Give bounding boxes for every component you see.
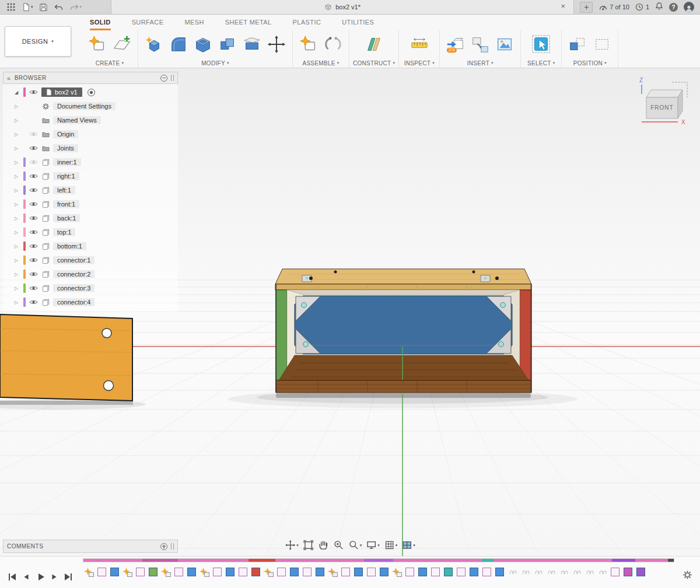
position-group-label[interactable]: POSITION [565,58,614,68]
construct-group-label[interactable]: CONSTRUCT [353,58,395,68]
timeline-feature-icon[interactable] [636,567,646,577]
notification-center[interactable]: 1 [635,3,649,11]
move-copy-button[interactable] [264,32,289,57]
go-to-end-button[interactable] [63,572,74,582]
browser-root-item[interactable]: box2 v1 [3,85,178,99]
panel-grip[interactable] [171,543,174,550]
insert-mcmaster-button[interactable]: 376 [443,32,468,57]
grid-snaps-button[interactable] [383,539,399,551]
minimize-browser-icon[interactable] [160,75,167,82]
browser-item[interactable]: connector:3 [3,281,178,295]
split-body-button[interactable] [240,32,264,57]
timeline-feature-icon[interactable] [508,567,517,577]
ribbon-tab[interactable]: SHEET METAL [225,19,272,30]
timeline-feature-icon[interactable] [354,567,363,577]
browser-item-label[interactable]: Joints [53,144,78,152]
timeline-feature-icon[interactable] [123,567,132,577]
timeline-feature-icon[interactable] [238,567,248,577]
job-status[interactable]: 7 of 10 [598,3,629,11]
timeline-feature-icon[interactable] [546,567,556,577]
insert-derive-button[interactable] [468,32,492,57]
expand-arrow-icon[interactable] [15,300,20,305]
capture-position-button[interactable] [565,32,590,57]
redo-icon[interactable]: ▾ [68,2,84,13]
browser-item[interactable]: top:1 [3,225,178,239]
create-group-label[interactable]: CREATE [85,58,134,68]
zoom-button[interactable] [332,539,345,551]
timeline-feature-icon[interactable] [302,567,312,577]
visibility-eye-icon[interactable] [29,299,38,305]
timeline-feature-icon[interactable] [328,567,338,577]
select-group-label[interactable]: SELECT [524,58,558,68]
document-tab[interactable]: box2 v1* [111,0,574,14]
canvas-button[interactable] [492,32,517,57]
timeline-feature-icon[interactable] [430,567,440,577]
visibility-eye-icon[interactable] [29,271,38,277]
browser-item[interactable]: front:1 [3,197,178,211]
browser-header[interactable]: BROWSER [3,72,178,84]
visibility-eye-icon[interactable] [29,187,38,193]
measure-button[interactable] [407,32,432,57]
play-button[interactable] [35,572,46,582]
timeline-feature-icon[interactable] [161,567,171,577]
workspace-selector[interactable]: DESIGN ▾ [5,26,71,57]
browser-item-label[interactable]: back:1 [53,214,80,222]
timeline-feature-icon[interactable] [225,567,235,577]
visibility-eye-icon[interactable] [29,89,38,95]
visibility-eye-icon[interactable] [29,285,38,291]
timeline-feature-icon[interactable] [405,567,415,577]
timeline-feature-icon[interactable] [469,567,479,577]
visibility-eye-icon[interactable] [29,159,38,165]
ribbon-tab[interactable]: SOLID [90,19,111,30]
add-comment-icon[interactable] [160,543,167,550]
undo-icon[interactable] [52,2,65,13]
close-tab-icon[interactable] [558,2,568,11]
display-settings-button[interactable] [365,539,381,551]
ribbon-tab[interactable]: UTILITIES [342,19,374,30]
expand-arrow-icon[interactable] [15,104,20,109]
go-to-start-button[interactable] [7,572,18,582]
visibility-eye-icon[interactable] [29,215,38,221]
viewcube[interactable]: FRONT Z X [637,74,693,130]
browser-item[interactable]: bottom:1 [3,239,178,253]
expand-arrow-icon[interactable] [15,118,20,123]
revert-position-button[interactable] [590,32,614,57]
browser-item-label[interactable]: connector:3 [53,284,94,292]
combine-button[interactable] [215,32,240,57]
bell-icon[interactable] [655,2,663,13]
avatar[interactable] [684,2,694,12]
ribbon-tab[interactable]: PLASTIC [293,19,321,30]
insert-group-label[interactable]: INSERT [443,58,517,68]
press-pull-button[interactable] [142,32,166,57]
expand-arrow-icon[interactable] [15,258,20,263]
timeline-feature-icon[interactable] [572,567,582,577]
browser-item[interactable]: connector:4 [3,295,178,309]
pan-hand-button[interactable] [317,539,330,551]
browser-item-label[interactable]: Document Settings [53,102,116,110]
timeline-feature-icon[interactable] [520,567,530,577]
visibility-eye-icon[interactable] [29,257,38,263]
fit-view-button[interactable] [302,539,315,551]
new-tab-button[interactable] [580,2,593,13]
expand-arrow-icon[interactable] [15,202,20,207]
expand-arrow-icon[interactable] [15,90,20,95]
timeline-feature-icon[interactable] [610,567,620,577]
create-sketch-button[interactable] [110,32,134,57]
expand-arrow-icon[interactable] [15,244,20,249]
expand-arrow-icon[interactable] [15,188,20,193]
step-forward-button[interactable] [50,572,59,582]
timeline-feature-icon[interactable] [366,567,376,577]
timeline-feature-icon[interactable] [584,567,594,577]
timeline-settings-gear-icon[interactable] [682,570,692,582]
timeline-feature-icon[interactable] [148,567,158,577]
browser-item[interactable]: Named Views [3,113,178,127]
pan-orbit-button[interactable] [284,539,300,551]
browser-item-label[interactable]: connector:2 [53,270,94,278]
visibility-eye-icon[interactable] [29,131,38,137]
timeline-feature-icon[interactable] [264,567,274,577]
browser-item-label[interactable]: front:1 [53,200,79,208]
save-icon[interactable] [37,2,50,13]
browser-item-label[interactable]: bottom:1 [53,242,86,250]
timeline-feature-icon[interactable] [379,567,389,577]
expand-arrow-icon[interactable] [15,160,20,165]
